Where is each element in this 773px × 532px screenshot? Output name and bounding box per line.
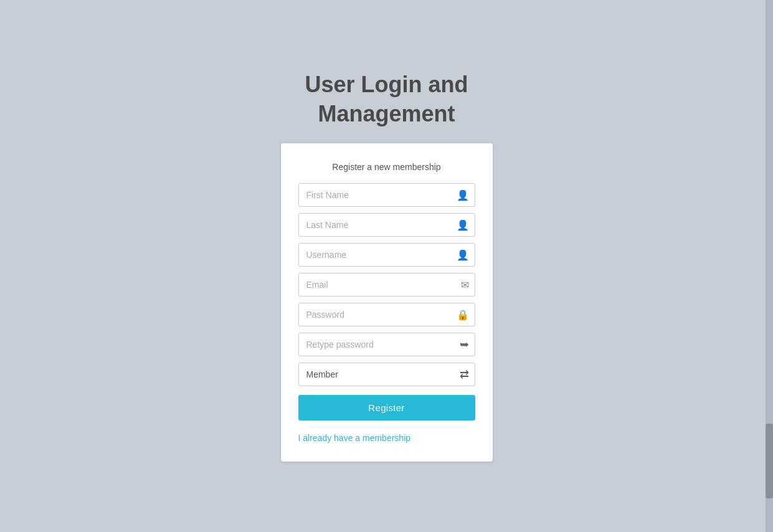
last-name-group: 👤: [298, 213, 475, 237]
register-button[interactable]: Register: [298, 395, 475, 420]
email-input[interactable]: [298, 273, 475, 297]
email-group: ✉: [298, 273, 475, 297]
first-name-input[interactable]: [298, 183, 475, 207]
first-name-group: 👤: [298, 183, 475, 207]
retype-password-input[interactable]: [298, 333, 475, 356]
username-group: 👤: [298, 243, 475, 267]
card-subtitle: Register a new membership: [298, 162, 475, 172]
retype-password-group: ➥: [298, 333, 475, 356]
page-title: User Login and Management: [305, 70, 468, 129]
username-input[interactable]: [298, 243, 475, 267]
role-select[interactable]: Member Admin Moderator: [298, 363, 475, 386]
last-name-input[interactable]: [298, 213, 475, 237]
login-link[interactable]: I already have a membership: [298, 433, 475, 443]
scrollbar[interactable]: [766, 0, 773, 532]
password-group: 🔒: [298, 303, 475, 326]
password-input[interactable]: [298, 303, 475, 326]
role-select-group: Member Admin Moderator ⇄: [298, 363, 475, 386]
registration-card: Register a new membership 👤 👤 👤 ✉ 🔒 ➥ Me…: [281, 143, 493, 462]
scrollbar-thumb: [766, 424, 773, 498]
